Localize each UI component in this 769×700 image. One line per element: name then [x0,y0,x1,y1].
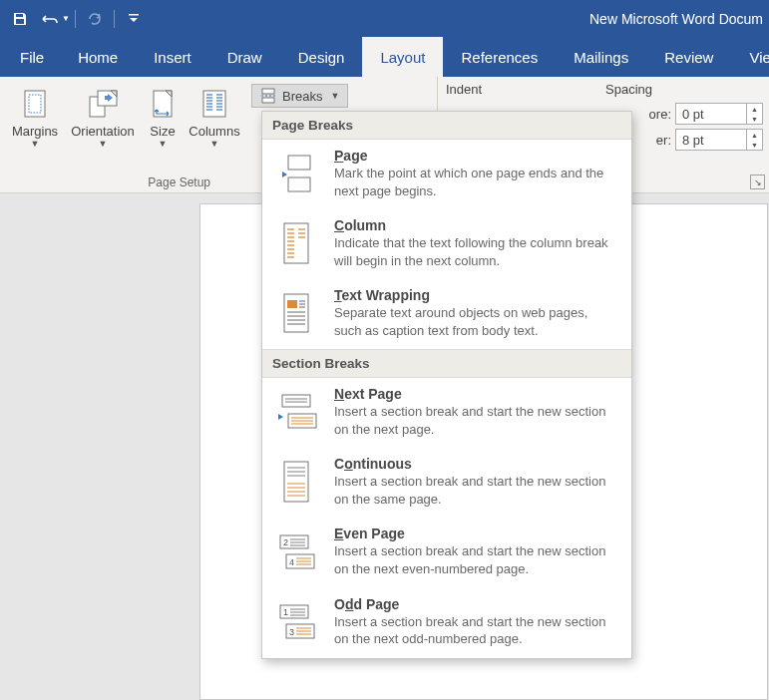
breaks-item-title: Continuous [334,456,615,472]
orientation-button[interactable]: Orientation ▼ [64,83,142,149]
odd-page-icon: 1 3 [274,602,318,642]
breaks-item-title: Page [334,148,615,164]
indent-heading: Indent [444,77,603,101]
breaks-item-text-wrapping[interactable]: Text Wrapping Separate text around objec… [262,279,631,349]
svg-rect-43 [282,395,310,407]
chevron-down-icon: ▼ [330,91,339,101]
page-break-icon [276,154,316,193]
breaks-item-column[interactable]: Column Indicate that the text following … [262,209,631,279]
breaks-item-continuous[interactable]: Continuous Insert a section break and st… [262,448,631,518]
margins-label: Margins [12,124,58,139]
ribbon-tabstrip: File Home Insert Draw Design Layout Refe… [0,37,769,77]
breaks-item-title: Text Wrapping [334,287,615,303]
breaks-item-desc: Insert a section break and start the new… [334,403,615,438]
save-button[interactable] [6,6,34,32]
breaks-icon [260,88,276,104]
breaks-label: Breaks [282,89,322,104]
spacing-after-label: er: [643,133,671,148]
next-page-icon [274,392,318,432]
svg-rect-19 [262,98,274,103]
spacing-before-input[interactable]: 0 pt ▲▼ [675,103,763,125]
breaks-item-desc: Insert a section break and start the new… [334,613,615,648]
text-wrapping-icon [278,292,314,334]
chevron-down-icon: ▼ [99,139,108,149]
customize-qat-button[interactable] [120,6,148,32]
spin-down-icon[interactable]: ▼ [747,140,762,150]
spin-up-icon[interactable]: ▲ [747,130,762,140]
svg-text:1: 1 [283,607,288,617]
spacing-after-value: 8 pt [682,133,704,148]
section-breaks-heading: Section Breaks [262,349,631,378]
redo-button[interactable] [81,6,109,32]
tab-design[interactable]: Design [280,37,363,77]
svg-rect-20 [288,156,310,170]
tab-layout[interactable]: Layout [362,37,443,77]
margins-icon [19,88,51,120]
even-page-icon: 2 4 [274,532,318,572]
size-label: Size [150,124,175,139]
tab-review[interactable]: Review [646,37,731,77]
spacing-heading: Spacing [603,77,652,101]
qat-separator [114,10,115,28]
breaks-item-title: Column [334,217,615,233]
breaks-item-desc: Insert a section break and start the new… [334,473,615,508]
tab-home[interactable]: Home [60,37,136,77]
svg-text:4: 4 [289,557,294,567]
margins-button[interactable]: Margins ▼ [6,83,64,149]
tab-insert[interactable]: Insert [136,37,209,77]
breaks-item-desc: Indicate that the text following the col… [334,234,615,269]
tab-mailings[interactable]: Mailings [556,37,646,77]
save-icon [12,11,28,27]
undo-button[interactable] [36,6,64,32]
svg-text:3: 3 [289,627,294,637]
title-bar: ▼ New Microsoft Word Docum [0,0,769,37]
undo-icon [40,12,60,26]
columns-button[interactable]: Columns ▼ [184,83,245,149]
breaks-item-desc: Separate text around objects on web page… [334,304,615,339]
column-break-icon [278,221,314,265]
undo-dropdown-icon[interactable]: ▼ [62,14,70,23]
columns-icon [199,88,229,120]
breaks-item-odd-page[interactable]: 1 3 Odd Page Insert a section break and … [262,588,631,658]
tab-view[interactable]: View [731,37,769,77]
page-breaks-heading: Page Breaks [262,112,631,140]
spacing-before-value: 0 pt [682,107,704,122]
orientation-icon [86,88,120,120]
size-button[interactable]: Size ▼ [142,83,184,149]
redo-icon [87,11,103,27]
chevron-down-icon [129,14,139,24]
size-icon [149,88,177,120]
chevron-down-icon: ▼ [31,139,40,149]
breaks-item-next-page[interactable]: Next Page Insert a section break and sta… [262,378,631,448]
paragraph-dialog-launcher[interactable]: ↘ [750,175,765,189]
document-title: New Microsoft Word Docum [148,11,763,27]
breaks-item-title: Odd Page [334,596,615,612]
qat-separator [75,10,76,28]
breaks-button[interactable]: Breaks ▼ [251,84,348,108]
svg-text:2: 2 [283,537,288,547]
spacing-before-label: ore: [643,107,671,122]
spin-up-icon[interactable]: ▲ [747,104,762,114]
spacing-after-input[interactable]: 8 pt ▲▼ [675,129,763,151]
columns-label: Columns [189,124,239,139]
tab-references[interactable]: References [443,37,556,77]
breaks-item-desc: Mark the point at which one page ends an… [334,165,615,199]
spin-down-icon[interactable]: ▼ [747,114,762,124]
continuous-icon [278,460,314,504]
quick-access-toolbar: ▼ [6,6,148,32]
breaks-item-title: Next Page [334,386,615,402]
breaks-dropdown: Page Breaks Page Mark the point at which… [261,111,632,659]
svg-rect-18 [262,89,274,94]
tab-draw[interactable]: Draw [209,37,280,77]
tab-file[interactable]: File [6,37,60,77]
breaks-item-title: Even Page [334,525,615,541]
breaks-item-desc: Insert a section break and start the new… [334,542,615,577]
chevron-down-icon: ▼ [159,139,168,149]
svg-rect-21 [288,177,310,191]
chevron-down-icon: ▼ [210,139,219,149]
breaks-item-page[interactable]: Page Mark the point at which one page en… [262,140,631,209]
page-setup-group-label: Page Setup [148,175,210,192]
svg-rect-35 [287,300,297,308]
orientation-label: Orientation [71,124,135,139]
breaks-item-even-page[interactable]: 2 4 Even Page Insert a section break and… [262,518,631,587]
